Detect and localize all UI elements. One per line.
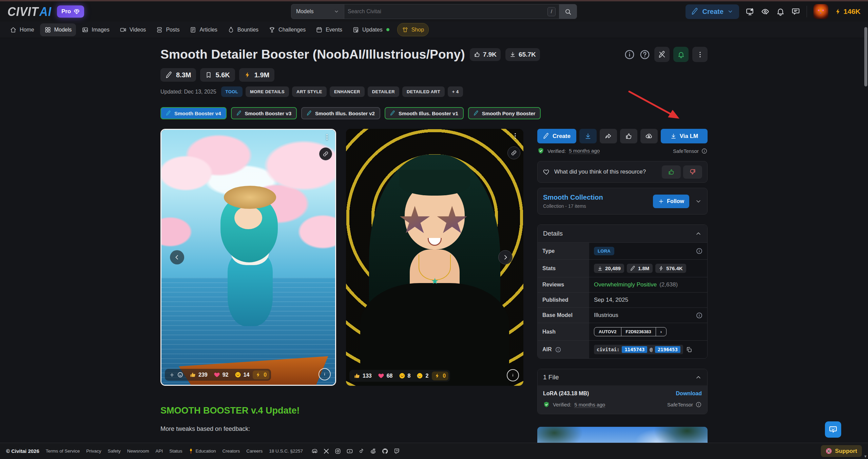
footer-link-education[interactable]: Education <box>189 448 216 454</box>
reaction-heart[interactable]: 68 <box>375 371 396 380</box>
version-tab-illus-v1[interactable]: Smooth Illus. Booster v1 <box>385 107 464 119</box>
tag-more[interactable]: + 4 <box>448 86 463 97</box>
gallery-image-2[interactable]: 133 68 8 2 0 <box>346 129 523 386</box>
image-link-badge[interactable] <box>507 146 520 159</box>
file-download-link[interactable]: Download <box>676 391 702 397</box>
collection-expand-chevron[interactable] <box>695 198 702 205</box>
download-button[interactable] <box>579 129 597 143</box>
header-create-button[interactable]: Create <box>686 4 739 19</box>
tag[interactable]: ART STYLE <box>292 86 327 97</box>
nav-item-home[interactable]: Home <box>5 23 39 36</box>
share-button[interactable] <box>600 129 617 143</box>
feedback-thumbs-down-button[interactable] <box>683 165 702 179</box>
image-menu-icon[interactable] <box>512 132 519 140</box>
reaction-zap[interactable]: 0 <box>253 371 269 379</box>
info-circle-icon[interactable] <box>701 148 708 154</box>
pro-badge[interactable]: Pro <box>57 5 84 18</box>
reaction-laugh[interactable]: 14 <box>232 370 252 379</box>
nav-item-articles[interactable]: Articles <box>185 23 221 36</box>
search-button[interactable] <box>559 4 577 19</box>
footer-link-safety[interactable]: Safety <box>108 448 121 454</box>
gallery-image-1[interactable]: 239 92 14 0 <box>160 129 336 386</box>
info-circle-icon[interactable] <box>555 346 561 353</box>
reaction-cry[interactable]: 2 <box>414 371 431 380</box>
footer-link-api[interactable]: API <box>155 448 163 454</box>
cloud-save-button[interactable] <box>640 129 658 143</box>
add-reaction-button[interactable] <box>167 370 186 379</box>
twitch-icon[interactable] <box>393 448 400 454</box>
help-circle-icon[interactable] <box>639 49 651 60</box>
version-tab-illus-v2[interactable]: Smooth Illus. Booster v2 <box>301 107 380 119</box>
collection-name-link[interactable]: Smooth Collection <box>543 194 603 201</box>
image-info-button[interactable] <box>507 369 519 381</box>
copy-icon[interactable] <box>686 346 692 353</box>
reaction-laugh[interactable]: 8 <box>396 371 413 380</box>
carousel-next-button[interactable] <box>498 250 513 264</box>
create-button[interactable]: Create <box>537 129 576 143</box>
chat-icon[interactable] <box>791 7 800 16</box>
user-avatar[interactable] <box>813 4 828 19</box>
image-link-badge[interactable] <box>319 147 332 160</box>
details-header[interactable]: Details <box>538 225 707 242</box>
footer-link-creators[interactable]: Creators <box>222 448 240 454</box>
footer-link-status[interactable]: Status <box>169 448 182 454</box>
tag[interactable]: MORE DETAILS <box>246 86 289 97</box>
footer-link-newsroom[interactable]: Newsroom <box>127 448 149 454</box>
info-circle-icon[interactable] <box>624 49 635 60</box>
x-icon[interactable] <box>323 448 329 454</box>
feedback-thumbs-up-button[interactable] <box>662 165 681 179</box>
like-button[interactable] <box>620 129 637 143</box>
nav-item-videos[interactable]: Videos <box>115 23 151 36</box>
tag[interactable]: DETAILED ART <box>402 86 445 97</box>
search-input[interactable] <box>348 8 545 15</box>
version-tab-pony[interactable]: Smooth Pony Booster <box>468 107 541 119</box>
tag-tool[interactable]: TOOL <box>221 86 243 97</box>
browsing-level-icon[interactable] <box>761 7 770 16</box>
info-circle-icon[interactable] <box>696 312 703 319</box>
air-model-id[interactable]: 1145743 <box>622 346 647 353</box>
reaction-like[interactable]: 239 <box>187 370 210 379</box>
civitai-logo[interactable]: CIVIT AI <box>7 4 52 19</box>
image-info-button[interactable] <box>319 368 331 380</box>
reaction-like[interactable]: 133 <box>351 371 374 380</box>
file-verified-time[interactable]: 5 months ago <box>574 402 605 408</box>
hash-expand-chevron[interactable]: › <box>656 327 666 336</box>
chat-fab-button[interactable] <box>825 421 841 438</box>
reaction-zap[interactable]: 0 <box>432 372 448 380</box>
tag[interactable]: DETAILER <box>368 86 399 97</box>
instagram-icon[interactable] <box>334 448 341 455</box>
nav-item-shop[interactable]: Shop <box>397 23 429 36</box>
support-button[interactable]: Support <box>821 445 862 457</box>
footer-link-careers[interactable]: Careers <box>246 448 263 454</box>
nav-item-events[interactable]: Events <box>311 23 347 36</box>
nav-item-images[interactable]: Images <box>77 23 114 36</box>
via-lm-button[interactable]: Via LM <box>661 129 708 143</box>
reaction-heart[interactable]: 92 <box>211 370 231 379</box>
reviews-rating-link[interactable]: Overwhelmingly Positive <box>594 281 657 288</box>
tiktok-icon[interactable] <box>358 448 365 454</box>
search-category-select[interactable]: Models <box>291 4 344 19</box>
more-options-button[interactable] <box>692 47 708 62</box>
nav-item-challenges[interactable]: Challenges <box>264 23 310 36</box>
hide-resource-button[interactable] <box>654 47 670 62</box>
github-icon[interactable] <box>382 448 388 455</box>
footer-link-2257[interactable]: 18 U.S.C. §2257 <box>269 448 303 454</box>
scrollbar-thumb[interactable] <box>864 27 867 86</box>
file-card-header[interactable]: 1 File <box>538 369 707 385</box>
notify-bell-button[interactable] <box>673 47 689 62</box>
youtube-icon[interactable] <box>346 448 353 455</box>
version-tab-v4[interactable]: Smooth Booster v4 <box>160 107 227 119</box>
notifications-bell-icon[interactable] <box>776 7 785 16</box>
tag[interactable]: ENHANCER <box>330 86 365 97</box>
image-menu-icon[interactable] <box>323 133 331 141</box>
scrollbar-down-arrow[interactable]: ▼ <box>864 454 867 458</box>
version-tab-v3[interactable]: Smooth Booster v3 <box>231 107 297 119</box>
footer-link-privacy[interactable]: Privacy <box>86 448 101 454</box>
hash-pill[interactable]: AUTOV2 F2D9236383 › <box>594 327 667 336</box>
nav-item-posts[interactable]: Posts <box>152 23 184 36</box>
carousel-prev-button[interactable] <box>170 250 184 264</box>
air-version-id[interactable]: 2196453 <box>655 346 680 353</box>
footer-link-terms[interactable]: Terms of Service <box>46 448 80 454</box>
verified-time[interactable]: 5 months ago <box>569 148 600 154</box>
generation-queue-icon[interactable] <box>746 7 754 16</box>
